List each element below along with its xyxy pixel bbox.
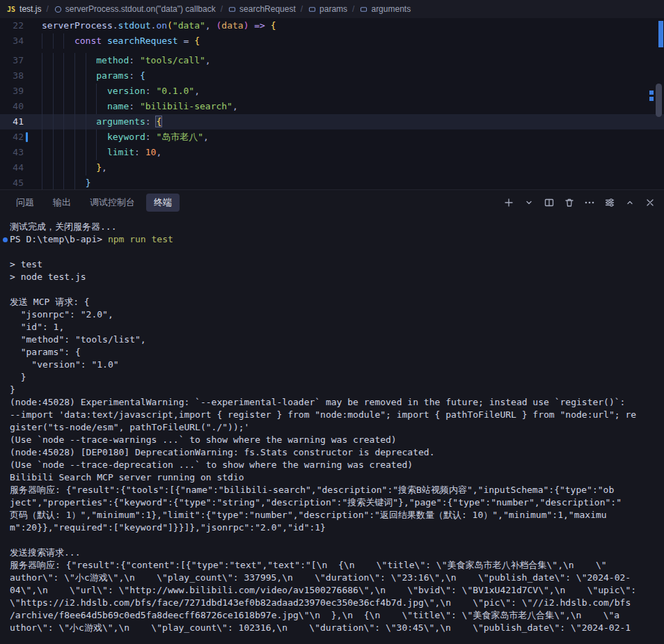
terminal-line: "params": { xyxy=(10,346,664,359)
breadcrumb-separator: / xyxy=(46,4,48,14)
code-line[interactable]: 34 const searchRequest = { xyxy=(0,33,664,49)
indent-guide xyxy=(42,160,42,175)
code-token: "tools/call" xyxy=(140,55,205,65)
terminal-line: /archive/f8ee64d5b69c0ed5fa8deecff68726c… xyxy=(10,609,664,622)
code-line[interactable]: 40 name: "bilibili-search", xyxy=(0,99,664,114)
code-token: : xyxy=(129,55,140,65)
code-token: , xyxy=(203,132,209,142)
split-terminal-icon[interactable] xyxy=(544,197,555,208)
code-token: { xyxy=(271,20,276,31)
js-file-icon: JS xyxy=(7,6,15,13)
breadcrumb: JS test.js/serverProcess.stdout.on("data… xyxy=(0,0,664,18)
panel-tab-调试控制台[interactable]: 调试控制台 xyxy=(82,194,143,212)
terminal-line: "version": "1.0" xyxy=(10,359,664,371)
indent-guide xyxy=(74,99,75,114)
indent-guide xyxy=(42,53,42,68)
code-line[interactable]: 38 params: { xyxy=(0,68,664,84)
terminal-line: author\": \"小c游戏\",\n \"play_count\": 33… xyxy=(10,572,664,584)
code-line[interactable]: 22serverProcess.stdout.on("data", (data)… xyxy=(0,18,664,33)
code-token: , xyxy=(232,101,238,111)
breadcrumb-item-serverprocess-stdout-on-data-cal[interactable]: serverProcess.stdout.on("data") callback xyxy=(54,4,216,14)
indent-guide xyxy=(63,33,64,49)
breadcrumb-item-arguments[interactable]: arguments xyxy=(359,4,411,14)
filter-sliders-icon[interactable] xyxy=(604,197,615,208)
breadcrumb-item-params[interactable]: params xyxy=(308,4,347,14)
code-line[interactable]: 42 keyword: "岛市老八", xyxy=(0,129,664,145)
editor-scrollbar-thumb[interactable] xyxy=(656,84,662,117)
terminal-line: (node:45028) ExperimentalWarning: `--exp… xyxy=(10,396,664,409)
code-line[interactable]: 45 } xyxy=(0,175,664,189)
terminal-line: (Use `node --trace-deprecation ...` to s… xyxy=(10,459,664,471)
indent-guide xyxy=(53,33,54,49)
terminal-line: } xyxy=(10,384,664,396)
code-line[interactable]: 43 limit: 10, xyxy=(0,145,664,160)
breadcrumb-item-test-js[interactable]: test.js xyxy=(19,4,41,14)
terminal-line: 发送搜索请求... xyxy=(10,547,664,559)
breadcrumb-separator: / xyxy=(221,4,223,14)
code-text: }, xyxy=(42,160,107,175)
code-line[interactable]: 44 }, xyxy=(0,160,664,175)
indent-guide xyxy=(53,160,54,175)
breadcrumb-separator: / xyxy=(352,4,354,14)
terminal-command-text: npm run test xyxy=(108,234,173,244)
terminal-line: uthor\": \"小c游戏\",\n \"play_count\": 102… xyxy=(10,622,664,634)
code-token: : xyxy=(129,70,140,81)
terminal-line xyxy=(10,283,664,296)
indent-guide xyxy=(53,114,54,129)
indent-guide xyxy=(63,175,64,189)
indent-guide xyxy=(63,114,64,129)
symbol-variable-icon xyxy=(228,5,237,14)
ellipsis-icon[interactable] xyxy=(584,197,595,208)
indent-guide xyxy=(74,160,75,175)
terminal-text: PS D:\temp\b-api> xyxy=(10,234,108,244)
code-token: version xyxy=(107,86,145,96)
indent-guide xyxy=(63,160,64,175)
indent-guide xyxy=(74,129,75,145)
terminal-output[interactable]: 测试完成，关闭服务器...PS D:\temp\b-api> npm run t… xyxy=(0,215,664,638)
terminal-line: 04\",\n \"url\": \"http://www.bilibili.c… xyxy=(10,584,664,597)
breadcrumb-item-searchrequest[interactable]: searchRequest xyxy=(228,4,296,14)
code-token: ( xyxy=(167,20,173,31)
breadcrumb-item-label: searchRequest xyxy=(239,4,296,14)
command-decoration-dot[interactable] xyxy=(3,237,8,242)
code-token: = xyxy=(178,36,194,46)
scrollbar-decoration xyxy=(658,21,663,47)
close-icon[interactable] xyxy=(645,197,656,208)
indent-guide xyxy=(42,175,42,189)
code-line[interactable]: 41 arguments: { xyxy=(0,114,664,129)
code-line[interactable]: 37 method: "tools/call", xyxy=(0,53,664,68)
panel-tab-问题[interactable]: 问题 xyxy=(8,194,42,212)
chevron-up-icon[interactable] xyxy=(624,197,635,208)
code-token: arguments xyxy=(96,116,145,127)
panel-tab-输出[interactable]: 输出 xyxy=(45,194,79,212)
chevron-down-icon[interactable] xyxy=(523,197,535,208)
code-token xyxy=(265,20,271,31)
code-token: 10 xyxy=(145,147,157,157)
code-text: arguments: { xyxy=(42,114,161,129)
indent-guide xyxy=(86,53,86,68)
terminal-line: 服务器响应: {"result":{"tools":[{"name":"bili… xyxy=(10,484,664,496)
code-token: { xyxy=(140,70,145,81)
line-number: 34 xyxy=(0,33,24,49)
code-token: "岛市老八" xyxy=(156,132,203,142)
line-number: 22 xyxy=(0,18,24,33)
plus-icon[interactable] xyxy=(503,197,514,208)
indent-guide xyxy=(63,145,64,160)
code-token: "data" xyxy=(173,20,205,31)
code-line[interactable]: 39 version: "0.1.0", xyxy=(0,84,664,99)
line-number: 38 xyxy=(0,68,24,84)
panel-tab-终端[interactable]: 终端 xyxy=(146,194,180,212)
indent-guide xyxy=(63,129,64,145)
breadcrumb-separator: / xyxy=(301,4,303,14)
terminal-line: m":20}},"required":["keyword"]}}]},"json… xyxy=(10,521,664,534)
code-token: { xyxy=(194,36,200,46)
code-editor[interactable]: 22serverProcess.stdout.on("data", (data)… xyxy=(0,18,664,189)
indent-guide xyxy=(53,68,54,84)
indent-guide xyxy=(42,129,42,145)
indent-guide xyxy=(42,99,42,114)
code-token: , xyxy=(102,162,107,173)
code-token xyxy=(102,36,107,46)
terminal-line: "jsonrpc": "2.0", xyxy=(10,308,664,321)
trash-icon[interactable] xyxy=(564,197,575,208)
code-token: . xyxy=(113,20,118,31)
